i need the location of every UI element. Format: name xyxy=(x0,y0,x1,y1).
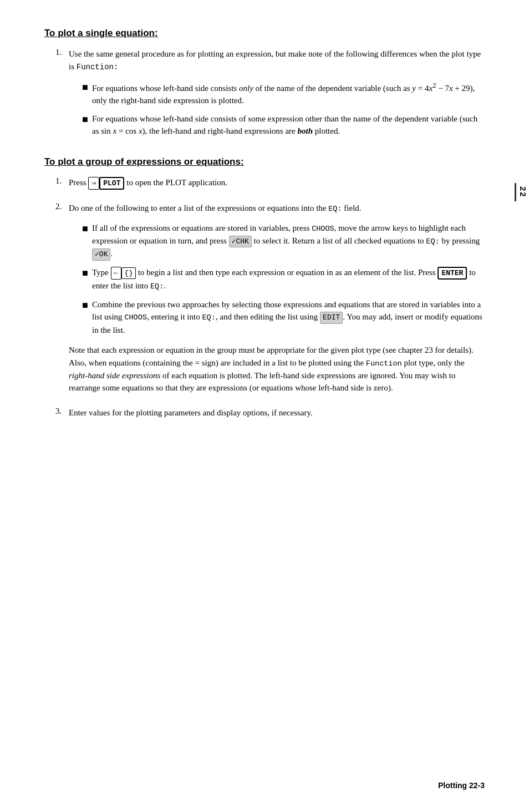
edit-shaded-key: EDIT xyxy=(320,312,343,324)
group-item3-content: Enter values for the plotting parameters… xyxy=(69,407,485,426)
group-item3: 3. Enter values for the plotting paramet… xyxy=(55,407,485,426)
item-number-1: 1. xyxy=(55,48,69,57)
eq-mono-2: EQ: xyxy=(426,237,439,246)
bullet-item-1: ■ For equations whose left-hand side con… xyxy=(82,80,485,107)
left-arrow-key: ← xyxy=(111,267,122,280)
item1-text: Use the same general procedure as for pl… xyxy=(69,48,485,74)
bullet2-content: For equations whose left-hand side consi… xyxy=(92,113,485,138)
group-item2: 2. Do one of the following to enter a li… xyxy=(55,202,485,401)
bullet1-content: For equations whose left-hand side consi… xyxy=(92,80,485,107)
group-bullet3-content: Combine the previous two approaches by s… xyxy=(92,298,485,337)
choos-mono-1: CHOOS xyxy=(312,225,334,233)
group-bullet1-content: If all of the expressions or equations a… xyxy=(92,222,485,261)
sinx: x xyxy=(113,126,117,135)
choos-mono-2: CHOOS xyxy=(124,313,147,322)
heading-group-equations: To plot a group of expressions or equati… xyxy=(44,156,485,168)
group-item-number-2: 2. xyxy=(55,202,69,211)
chk-shaded-key: ✓CHK xyxy=(229,236,252,248)
group-equations-list: 1. Press ⇒PLOT to open the PLOT applicat… xyxy=(55,176,485,426)
only-italic: only xyxy=(239,84,253,93)
cosx: x xyxy=(139,126,143,135)
group-item2-text: Do one of the following to enter a list … xyxy=(69,202,485,215)
group-item2-content: Do one of the following to enter a list … xyxy=(69,202,485,401)
function-mono: Function: xyxy=(77,63,119,72)
group-bullet-sq-1: ■ xyxy=(82,222,92,236)
group-bullet-2: ■ Type ←{} to begin a list and then type… xyxy=(82,266,485,293)
page-number-side-label: 22 xyxy=(515,183,529,201)
enter-key-box: ENTER xyxy=(438,267,467,280)
right-hand-italic: right-hand side expressions xyxy=(69,371,160,380)
single-equation-list: 1. Use the same general procedure as for… xyxy=(55,48,485,143)
ok-shaded-key: ✓OK xyxy=(92,248,110,261)
x3: x xyxy=(449,84,453,93)
group-bullet-1: ■ If all of the expressions or equations… xyxy=(82,222,485,261)
group-bullet-3: ■ Combine the previous two approaches by… xyxy=(82,298,485,337)
arrow-key-right: ⇒ xyxy=(88,177,99,190)
eq-field-mono: EQ: xyxy=(328,205,342,213)
group-bullet2-content: Type ←{} to begin a list and then type e… xyxy=(92,266,485,293)
group-bullet-sq-2: ■ xyxy=(82,266,92,280)
group-bullet-list: ■ If all of the expressions or equations… xyxy=(82,222,485,337)
plot-key-box: PLOT xyxy=(99,177,124,190)
both-bolditalic: both xyxy=(297,126,313,135)
group-item1: 1. Press ⇒PLOT to open the PLOT applicat… xyxy=(55,176,485,197)
bullet-item-2: ■ For equations whose left-hand side con… xyxy=(82,113,485,138)
group-item1-text: Press ⇒PLOT to open the PLOT application… xyxy=(69,176,485,190)
group-item1-content: Press ⇒PLOT to open the PLOT application… xyxy=(69,176,485,197)
eq-mono-4: EQ: xyxy=(202,313,215,322)
eq-mono-3: EQ: xyxy=(150,282,164,291)
group-bullet-sq-3: ■ xyxy=(82,298,92,312)
single-eq-item1: 1. Use the same general procedure as for… xyxy=(55,48,485,143)
bullet-square-2: ■ xyxy=(82,113,92,126)
group-item-number-1: 1. xyxy=(55,176,69,186)
bullet-list-1: ■ For equations whose left-hand side con… xyxy=(82,80,485,138)
item1-content: Use the same general procedure as for pl… xyxy=(69,48,485,143)
function-mono-2: Function xyxy=(366,359,402,368)
heading-single-equation: To plot a single equation: xyxy=(44,28,485,39)
braces-key: {} xyxy=(121,267,136,280)
page-footer: Plotting 22-3 xyxy=(438,781,485,790)
group-item3-text: Enter values for the plotting parameters… xyxy=(69,407,485,419)
note-paragraph: Note that each expression or equation in… xyxy=(69,344,485,394)
group-item-number-3: 3. xyxy=(55,407,69,416)
math-expr: y xyxy=(412,84,416,93)
page-container: To plot a single equation: 1. Use the sa… xyxy=(0,0,529,812)
page-number-tab: 22 xyxy=(515,183,529,201)
bullet-square-1: ■ xyxy=(82,80,92,94)
